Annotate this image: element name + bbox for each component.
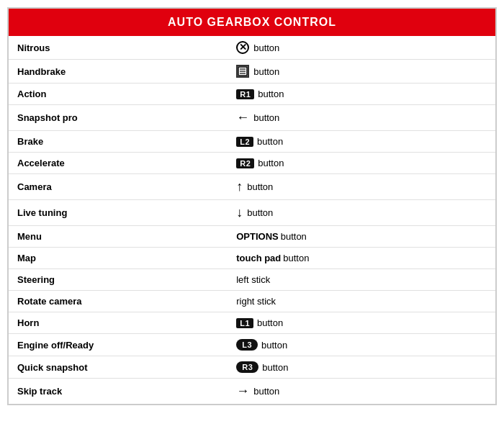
control-text: button — [261, 340, 287, 351]
control-text: button — [253, 42, 279, 53]
control-value: ↑ button — [228, 174, 495, 200]
action-label: Snapshot pro — [9, 105, 228, 131]
control-text: button — [253, 112, 279, 123]
action-label: Live tuning — [9, 200, 228, 226]
table-row: Rotate camera right stick — [9, 291, 495, 312]
action-label: Map — [9, 248, 228, 269]
control-text: button — [257, 136, 283, 147]
control-prefix: OPTIONS — [236, 231, 279, 242]
control-value: R1 button — [228, 83, 495, 105]
table-row: Handbrake button — [9, 60, 495, 83]
action-label: Camera — [9, 174, 228, 200]
control-value: right stick — [228, 291, 495, 312]
table-row: Skip track→ button — [9, 379, 495, 405]
control-text: button — [283, 253, 309, 263]
arrow-right-icon: → — [236, 384, 249, 399]
arrow-up-icon: ↑ — [236, 179, 243, 194]
control-text: button — [281, 231, 307, 242]
control-value: L2 button — [228, 131, 495, 153]
action-label: Horn — [9, 312, 228, 334]
action-label: Menu — [9, 226, 228, 248]
square-icon — [236, 65, 249, 78]
control-prefix: touch pad — [236, 253, 281, 263]
table-row: Maptouch pad button — [9, 248, 495, 269]
control-value: L3 button — [228, 334, 495, 356]
control-value: button — [228, 60, 495, 83]
table-row: Engine off/ReadyL3 button — [9, 334, 495, 356]
header-title: AUTO GEARBOX CONTROL — [168, 16, 336, 28]
control-badge: L1 — [236, 318, 253, 328]
action-label: Brake — [9, 131, 228, 153]
control-badge: L2 — [236, 137, 253, 147]
control-value: OPTIONS button — [228, 226, 495, 248]
control-text: button — [258, 158, 284, 168]
action-label: Accelerate — [9, 153, 228, 174]
arrow-left-icon: ← — [236, 110, 249, 125]
cross-circle-icon: ✕ — [236, 41, 249, 54]
control-text: button — [253, 386, 279, 397]
table-row: Quick snapshotR3 button — [9, 356, 495, 379]
control-value: ✕ button — [228, 36, 495, 60]
controls-table: Nitrous✕ buttonHandbrake buttonActionR1 … — [9, 36, 495, 404]
action-label: Steering — [9, 269, 228, 291]
table-row: HornL1 button — [9, 312, 495, 334]
control-text: button — [247, 181, 273, 192]
control-badge: R3 — [236, 361, 258, 373]
table-row: MenuOPTIONS button — [9, 226, 495, 248]
action-label: Rotate camera — [9, 291, 228, 312]
control-value: ↓ button — [228, 200, 495, 226]
action-label: Nitrous — [9, 36, 228, 60]
control-badge: R1 — [236, 89, 254, 99]
action-label: Engine off/Ready — [9, 334, 228, 356]
table-row: Camera↑ button — [9, 174, 495, 200]
table-row: Live tuning↓ button — [9, 200, 495, 226]
page-header: AUTO GEARBOX CONTROL — [9, 9, 495, 36]
table-row: BrakeL2 button — [9, 131, 495, 153]
control-value: touch pad button — [228, 248, 495, 269]
table-row: Steering left stick — [9, 269, 495, 291]
action-label: Handbrake — [9, 60, 228, 83]
control-text: button — [253, 66, 279, 77]
table-row: Snapshot pro← button — [9, 105, 495, 131]
control-value: left stick — [228, 269, 495, 291]
control-value: → button — [228, 379, 495, 405]
control-text: button — [258, 89, 284, 99]
action-label: Skip track — [9, 379, 228, 405]
control-text: button — [262, 362, 288, 373]
table-row: Nitrous✕ button — [9, 36, 495, 60]
table-row: AccelerateR2 button — [9, 153, 495, 174]
control-badge: R2 — [236, 158, 254, 168]
control-badge: L3 — [236, 339, 258, 351]
action-label: Action — [9, 83, 228, 105]
control-text: right stick — [236, 296, 276, 307]
control-value: L1 button — [228, 312, 495, 334]
control-value: ← button — [228, 105, 495, 131]
main-container: AUTO GEARBOX CONTROL Nitrous✕ buttonHand… — [7, 7, 497, 405]
control-value: R3 button — [228, 356, 495, 379]
arrow-down-icon: ↓ — [236, 205, 243, 220]
control-text: button — [257, 317, 283, 328]
action-label: Quick snapshot — [9, 356, 228, 379]
control-text: button — [247, 207, 273, 218]
control-text: left stick — [236, 274, 270, 285]
control-value: R2 button — [228, 153, 495, 174]
table-row: ActionR1 button — [9, 83, 495, 105]
